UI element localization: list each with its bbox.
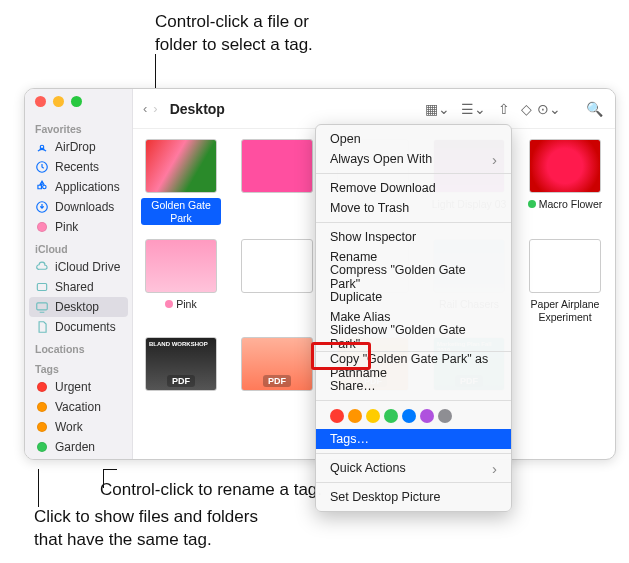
sidebar-tag-work[interactable]: Work bbox=[25, 417, 132, 437]
sidebar-item-shared[interactable]: Shared bbox=[25, 277, 132, 297]
menu-tags[interactable]: Tags… bbox=[316, 429, 511, 449]
sidebar-label: Recents bbox=[55, 160, 99, 174]
file-thumbnail bbox=[241, 139, 313, 193]
sidebar-item-icloud-drive[interactable]: iCloud Drive bbox=[25, 257, 132, 277]
sidebar-label: Vacation bbox=[55, 400, 101, 414]
file-thumbnail bbox=[145, 239, 217, 293]
file-item[interactable] bbox=[237, 239, 317, 323]
menu-separator bbox=[316, 400, 511, 401]
sidebar-item-downloads[interactable]: Downloads bbox=[25, 197, 132, 217]
sidebar-label: Urgent bbox=[55, 380, 91, 394]
sidebar-label: iCloud Drive bbox=[55, 260, 120, 274]
menu-slideshow[interactable]: Slideshow "Golden Gate Park" bbox=[316, 327, 511, 347]
tag-color-dot[interactable] bbox=[348, 409, 362, 423]
sidebar-tag-urgent[interactable]: Urgent bbox=[25, 377, 132, 397]
menu-compress[interactable]: Compress "Golden Gate Park" bbox=[316, 267, 511, 287]
menu-quick-actions[interactable]: Quick Actions bbox=[316, 458, 511, 478]
menu-open[interactable]: Open bbox=[316, 129, 511, 149]
sidebar-heading-icloud: iCloud bbox=[25, 237, 132, 257]
sidebar-label: Desktop bbox=[55, 300, 99, 314]
window-title: Desktop bbox=[170, 101, 225, 117]
tag-color-dot[interactable] bbox=[438, 409, 452, 423]
svg-rect-4 bbox=[37, 303, 48, 310]
menu-remove-download[interactable]: Remove Download bbox=[316, 178, 511, 198]
annotation-mid-vline bbox=[103, 469, 104, 488]
tag-dot-icon bbox=[35, 380, 49, 394]
file-item[interactable]: Macro Flower bbox=[525, 139, 605, 225]
svg-rect-3 bbox=[37, 284, 46, 291]
tag-dot-icon bbox=[35, 440, 49, 454]
sidebar-label: Garden bbox=[55, 440, 95, 454]
desktop-icon bbox=[35, 300, 49, 314]
file-item[interactable] bbox=[237, 337, 317, 396]
tags-icon[interactable]: ◇ bbox=[515, 101, 537, 117]
sidebar-label: Shared bbox=[55, 280, 94, 294]
file-item[interactable]: Pink bbox=[141, 239, 221, 323]
sidebar-tag-vacation[interactable]: Vacation bbox=[25, 397, 132, 417]
annotation-mid-hline bbox=[103, 469, 117, 470]
more-icon[interactable]: ⊙⌄ bbox=[537, 101, 559, 117]
sidebar-tag-weekend[interactable]: Weekend bbox=[25, 457, 132, 460]
sidebar-label: Work bbox=[55, 420, 83, 434]
clock-icon bbox=[35, 160, 49, 174]
file-label: Macro Flower bbox=[528, 198, 603, 211]
file-label: Pink bbox=[165, 298, 196, 311]
menu-separator bbox=[316, 222, 511, 223]
view-icon-grid[interactable]: ▦⌄ bbox=[425, 101, 447, 117]
forward-button[interactable]: › bbox=[153, 101, 157, 116]
file-item[interactable] bbox=[237, 139, 317, 225]
sidebar-heading-locations: Locations bbox=[25, 337, 132, 357]
toolbar: ‹ › Desktop ▦⌄ ☰⌄ ⇧ ◇ ⊙⌄ 🔍 bbox=[133, 89, 615, 129]
context-menu: Open Always Open With Remove Download Mo… bbox=[315, 124, 512, 512]
documents-icon bbox=[35, 320, 49, 334]
search-icon[interactable]: 🔍 bbox=[583, 101, 605, 117]
share-icon[interactable]: ⇧ bbox=[493, 101, 515, 117]
close-button[interactable] bbox=[35, 96, 46, 107]
sidebar-label: Pink bbox=[55, 220, 78, 234]
sidebar-label: Documents bbox=[55, 320, 116, 334]
annotation-bot: Click to show files and folders that hav… bbox=[34, 506, 258, 552]
cloud-icon bbox=[35, 260, 49, 274]
back-button[interactable]: ‹ bbox=[143, 101, 147, 116]
file-thumbnail bbox=[145, 139, 217, 193]
sidebar-label: AirDrop bbox=[55, 140, 96, 154]
sidebar-heading-tags: Tags bbox=[25, 357, 132, 377]
minimize-button[interactable] bbox=[53, 96, 64, 107]
sidebar-heading-favorites: Favorites bbox=[25, 117, 132, 137]
file-item[interactable]: BLAND WORKSHOP bbox=[141, 337, 221, 396]
file-thumbnail bbox=[241, 239, 313, 293]
downloads-icon bbox=[35, 200, 49, 214]
sidebar-item-desktop[interactable]: Desktop bbox=[29, 297, 128, 317]
shared-icon bbox=[35, 280, 49, 294]
window-controls bbox=[25, 96, 132, 107]
file-thumbnail bbox=[529, 139, 601, 193]
sidebar-item-documents[interactable]: Documents bbox=[25, 317, 132, 337]
tag-color-dot[interactable] bbox=[420, 409, 434, 423]
menu-set-desktop-picture[interactable]: Set Desktop Picture bbox=[316, 487, 511, 507]
sidebar-label: Downloads bbox=[55, 200, 114, 214]
tag-color-dot[interactable] bbox=[402, 409, 416, 423]
sidebar-label: Applications bbox=[55, 180, 120, 194]
file-label: Paper Airplane Experiment bbox=[525, 298, 605, 323]
sidebar-item-recents[interactable]: Recents bbox=[25, 157, 132, 177]
menu-move-to-trash[interactable]: Move to Trash bbox=[316, 198, 511, 218]
menu-show-inspector[interactable]: Show Inspector bbox=[316, 227, 511, 247]
airdrop-icon bbox=[35, 140, 49, 154]
menu-always-open-with[interactable]: Always Open With bbox=[316, 149, 511, 169]
file-item[interactable]: Paper Airplane Experiment bbox=[525, 239, 605, 323]
tag-color-dot[interactable] bbox=[330, 409, 344, 423]
sidebar-item-applications[interactable]: Applications bbox=[25, 177, 132, 197]
group-icon[interactable]: ☰⌄ bbox=[461, 101, 483, 117]
sidebar: Favorites AirDrop Recents Applications D… bbox=[25, 89, 133, 459]
tag-color-dot[interactable] bbox=[366, 409, 380, 423]
sidebar-item-pink[interactable]: Pink bbox=[25, 217, 132, 237]
zoom-button[interactable] bbox=[71, 96, 82, 107]
menu-copy-pathname[interactable]: Copy "Golden Gate Park" as Pathname bbox=[316, 356, 511, 376]
tag-icon bbox=[35, 220, 49, 234]
sidebar-tag-garden[interactable]: Garden bbox=[25, 437, 132, 457]
file-label: Golden Gate Park bbox=[141, 198, 221, 225]
tag-color-dot[interactable] bbox=[384, 409, 398, 423]
sidebar-item-airdrop[interactable]: AirDrop bbox=[25, 137, 132, 157]
menu-separator bbox=[316, 453, 511, 454]
file-item[interactable]: Golden Gate Park bbox=[141, 139, 221, 225]
